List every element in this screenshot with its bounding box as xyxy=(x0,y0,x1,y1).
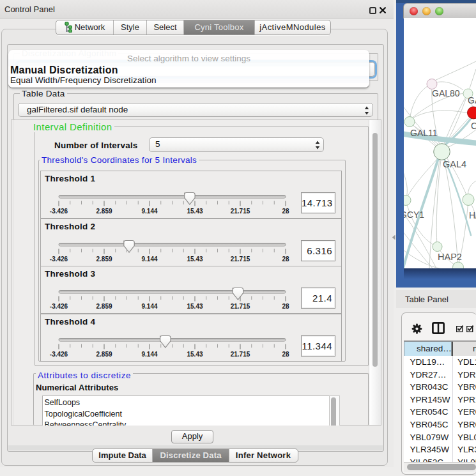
svg-text:2.859: 2.859 xyxy=(96,303,112,310)
svg-text:21.715: 21.715 xyxy=(231,303,250,310)
svg-text:21.715: 21.715 xyxy=(231,256,250,263)
svg-text:-3.426: -3.426 xyxy=(50,208,68,215)
svg-text:9.144: 9.144 xyxy=(141,303,157,310)
svg-text:28: 28 xyxy=(282,303,289,310)
svg-text:GAL80: GAL80 xyxy=(432,88,460,98)
svg-text:-3.426: -3.426 xyxy=(50,303,68,310)
svg-text:15.43: 15.43 xyxy=(187,208,203,215)
svg-text:GAL4: GAL4 xyxy=(443,159,466,169)
svg-text:HAP2: HAP2 xyxy=(438,252,462,262)
svg-text:28: 28 xyxy=(282,351,289,358)
svg-text:HA: HA xyxy=(469,210,476,220)
svg-text:-3.426: -3.426 xyxy=(50,351,68,358)
svg-text:15.43: 15.43 xyxy=(187,351,203,358)
svg-text:CY: CY xyxy=(471,121,476,131)
svg-text:28: 28 xyxy=(282,208,289,215)
svg-text:28: 28 xyxy=(282,256,289,263)
svg-text:15.43: 15.43 xyxy=(187,256,203,263)
svg-text:9.144: 9.144 xyxy=(141,208,157,215)
svg-text:GAL11: GAL11 xyxy=(410,128,438,138)
svg-text:21.715: 21.715 xyxy=(231,208,250,215)
svg-text:15.43: 15.43 xyxy=(187,303,203,310)
svg-text:9.144: 9.144 xyxy=(141,351,157,358)
svg-text:2.859: 2.859 xyxy=(96,256,112,263)
svg-text:2.859: 2.859 xyxy=(96,208,112,215)
svg-text:GAL: GAL xyxy=(468,95,476,105)
svg-text:-3.426: -3.426 xyxy=(50,256,68,263)
svg-text:9.144: 9.144 xyxy=(141,256,157,263)
svg-text:GCY1: GCY1 xyxy=(404,210,424,220)
svg-text:21.715: 21.715 xyxy=(231,351,250,358)
svg-text:2.859: 2.859 xyxy=(96,351,112,358)
